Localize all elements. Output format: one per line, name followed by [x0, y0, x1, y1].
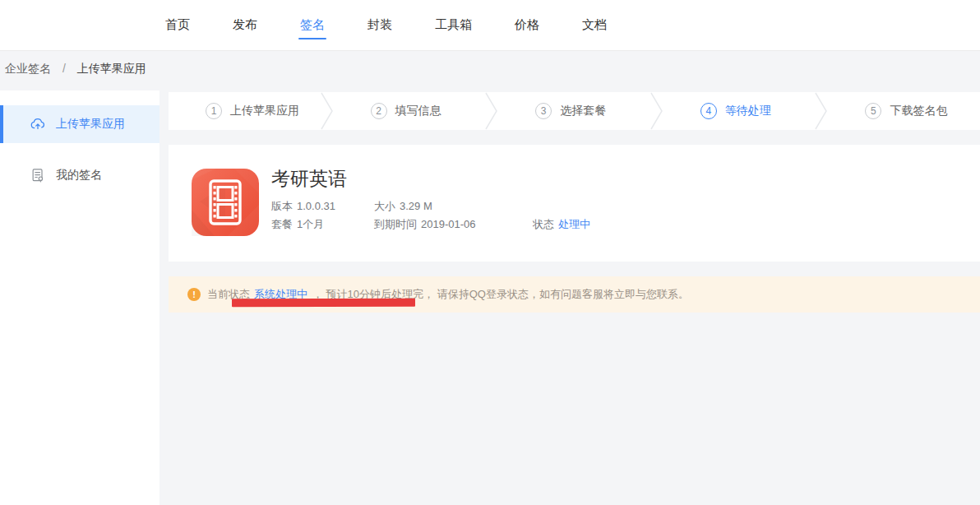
step-wait-processing: 4 等待处理 [663, 92, 816, 130]
step-chevron-icon [321, 92, 334, 130]
step-chevron-icon [485, 92, 498, 130]
plan-label: 套餐 [271, 218, 293, 230]
step-label: 等待处理 [725, 104, 771, 118]
nav-item-home[interactable]: 首页 [164, 0, 191, 50]
app-plan: 套餐1个月 [271, 217, 324, 232]
top-nav-bar: 首页 发布 签名 封装 工具箱 价格 文档 [0, 0, 980, 51]
step-number: 4 [700, 103, 717, 119]
nav-item-publish[interactable]: 发布 [232, 0, 258, 50]
app-expire: 到期时间2019-01-06 [374, 217, 476, 232]
signature-doc-icon [30, 167, 46, 183]
step-number: 1 [206, 103, 222, 119]
banner-message: ， 预计10分钟后处理完， 请保持QQ登录状态，如有问题客服将立即与您联系。 [312, 288, 689, 300]
nav-item-sign[interactable]: 签名 [299, 0, 326, 50]
nav-item-docs[interactable]: 文档 [581, 0, 608, 50]
banner-prefix: 当前状态 [207, 288, 250, 300]
app-size: 大小3.29 M [374, 199, 432, 214]
app-card: 考研英语 版本1.0.0.31 大小3.29 M 套餐1个月 到期时间2019-… [169, 145, 980, 262]
sidebar: 上传苹果应用 我的签名 [0, 90, 159, 505]
step-upload-apple-app: 1 上传苹果应用 [169, 92, 321, 130]
size-value: 3.29 M [400, 200, 432, 212]
step-label: 上传苹果应用 [230, 104, 299, 118]
page: 首页 发布 签名 封装 工具箱 价格 文档 企业签名 / 上传苹果应用 上传苹果… [0, 0, 980, 505]
sidebar-item-upload-apple-app[interactable]: 上传苹果应用 [0, 105, 159, 143]
step-download-package: 5 下载签名包 [828, 92, 980, 130]
main-nav: 首页 发布 签名 封装 工具箱 价格 文档 [164, 0, 980, 50]
breadcrumb-current: 上传苹果应用 [77, 62, 146, 75]
app-status: 状态处理中 [533, 217, 590, 232]
step-fill-info: 2 填写信息 [334, 92, 486, 130]
warning-icon: ! [187, 288, 201, 301]
nav-item-toolbox[interactable]: 工具箱 [434, 0, 473, 50]
step-label: 填写信息 [395, 104, 441, 118]
step-label: 下载签名包 [890, 104, 947, 118]
expire-value: 2019-01-06 [421, 218, 476, 230]
system-processing-link[interactable]: 系统处理中 [254, 288, 307, 300]
step-choose-plan: 3 选择套餐 [498, 92, 650, 130]
step-label: 选择套餐 [560, 104, 606, 118]
status-value-link[interactable]: 处理中 [558, 218, 590, 230]
step-chevron-icon [650, 92, 663, 130]
sidebar-item-label: 上传苹果应用 [56, 117, 125, 132]
film-app-icon [192, 169, 259, 236]
sidebar-item-my-signatures[interactable]: 我的签名 [0, 156, 159, 194]
step-number: 3 [535, 103, 552, 119]
app-title: 考研英语 [271, 166, 347, 192]
step-chevron-icon [815, 92, 828, 130]
version-value: 1.0.0.31 [297, 200, 335, 212]
steps-bar: 1 上传苹果应用 2 填写信息 3 选择套餐 4 等待处理 5 下载签名包 [169, 92, 980, 130]
nav-item-price[interactable]: 价格 [514, 0, 540, 50]
step-number: 5 [865, 103, 881, 119]
plan-value: 1个月 [297, 218, 324, 230]
status-banner: ! 当前状态系统处理中， 预计10分钟后处理完， 请保持QQ登录状态，如有问题客… [169, 276, 980, 313]
expire-label: 到期时间 [374, 218, 417, 230]
version-label: 版本 [271, 200, 293, 212]
app-version: 版本1.0.0.31 [271, 199, 335, 214]
size-label: 大小 [374, 200, 395, 212]
breadcrumb-parent[interactable]: 企业签名 [5, 62, 51, 75]
cloud-upload-icon [30, 116, 46, 132]
breadcrumb: 企业签名 / 上传苹果应用 [5, 62, 146, 76]
banner-text: 当前状态系统处理中， 预计10分钟后处理完， 请保持QQ登录状态，如有问题客服将… [207, 287, 689, 302]
nav-item-package[interactable]: 封装 [367, 0, 393, 50]
sidebar-item-label: 我的签名 [56, 168, 102, 183]
breadcrumb-separator: / [62, 62, 66, 75]
step-number: 2 [371, 103, 387, 119]
status-label: 状态 [533, 218, 554, 230]
